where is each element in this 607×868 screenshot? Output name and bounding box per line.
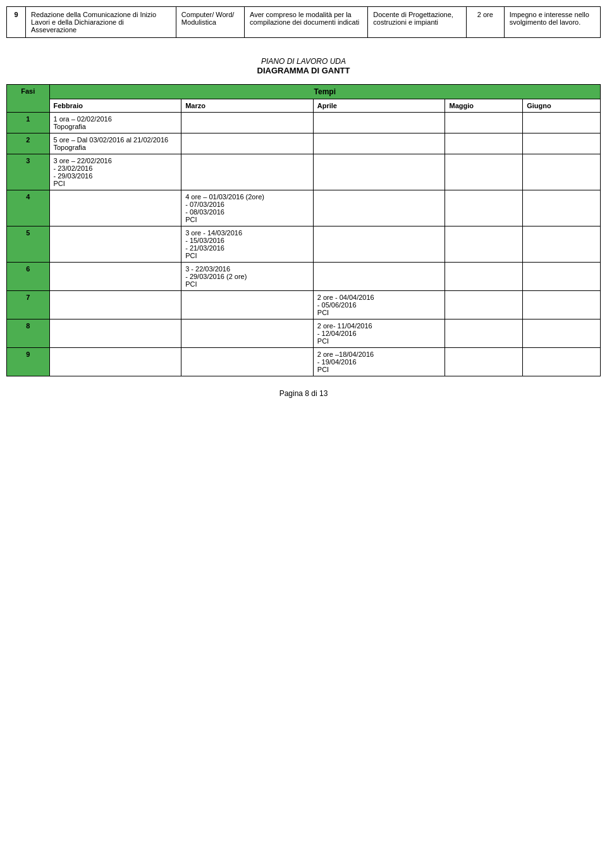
row-2-giugno [523, 133, 601, 154]
row-4-num: 4 [7, 190, 50, 226]
row-3-giugno [523, 154, 601, 190]
row-2-aprile [313, 133, 445, 154]
page-footer: Pagina 8 di 13 [6, 389, 601, 398]
row-1-num: 1 [7, 113, 50, 133]
row-8-maggio [445, 319, 523, 348]
row-8-giugno [523, 319, 601, 348]
row-3-marzo [181, 154, 314, 190]
row-1-febbraio: 1 ora – 02/02/2016 Topografia [49, 113, 181, 133]
col3-text: Aver compreso le modalità per la compila… [245, 7, 368, 38]
section-title: PIANO DI LAVORO UDA DIAGRAMMA DI GANTT [6, 57, 601, 75]
row-7-maggio [445, 291, 523, 319]
row-5-giugno [523, 226, 601, 263]
row-6-maggio [445, 263, 523, 291]
header-febbraio: Febbraio [49, 99, 181, 113]
row-2-maggio [445, 133, 523, 154]
header-aprile: Aprile [313, 99, 445, 113]
page-number: Pagina 8 di 13 [279, 389, 328, 398]
title-line2: DIAGRAMMA DI GANTT [6, 66, 601, 75]
row-7-num: 7 [7, 291, 50, 319]
row-4-giugno [523, 190, 601, 226]
header-maggio: Maggio [445, 99, 523, 113]
row-3-febbraio: 3 ore – 22/02/2016 - 23/02/2016 - 29/03/… [49, 154, 181, 190]
row-number: 9 [7, 7, 26, 38]
col4-text: Docente di Progettazione, costruzioni e … [368, 7, 466, 38]
header-marzo: Marzo [181, 99, 314, 113]
row-5-febbraio [49, 226, 181, 263]
row-6-marzo: 3 - 22/03/2016 - 29/03/2016 (2 ore) PCI [181, 263, 314, 291]
row-9-marzo [181, 348, 314, 376]
row-5-aprile [313, 226, 445, 263]
row-8-marzo [181, 319, 314, 348]
row-1-aprile [313, 113, 445, 133]
row-6-febbraio [49, 263, 181, 291]
col1-text: Redazione della Comunicazione di Inizio … [26, 7, 176, 38]
row-1-maggio [445, 113, 523, 133]
row-5-num: 5 [7, 226, 50, 263]
row-9-aprile: 2 ore –18/04/2016 - 19/04/2016 PCI [313, 348, 445, 376]
row-9-febbraio [49, 348, 181, 376]
row-6-aprile [313, 263, 445, 291]
row-2-febbraio: 5 ore – Dal 03/02/2016 al 21/02/2016 Top… [49, 133, 181, 154]
row-3-aprile [313, 154, 445, 190]
col2-text: Computer/ Word/ Modulistica [176, 7, 244, 38]
row-4-maggio [445, 190, 523, 226]
tempi-header: Tempi [49, 85, 601, 99]
row-2-marzo [181, 133, 314, 154]
top-table: 9 Redazione della Comunicazione di Inizi… [6, 6, 601, 38]
row-6-num: 6 [7, 263, 50, 291]
row-7-febbraio [49, 291, 181, 319]
col6-text: Impegno e interesse nello svolgimento de… [504, 7, 600, 38]
row-4-febbraio [49, 190, 181, 226]
title-line1: PIANO DI LAVORO UDA [6, 57, 601, 66]
row-7-aprile: 2 ore - 04/04/2016 - 05/06/2016 PCI [313, 291, 445, 319]
row-2-num: 2 [7, 133, 50, 154]
row-9-maggio [445, 348, 523, 376]
row-8-febbraio [49, 319, 181, 348]
row-5-marzo: 3 ore - 14/03/2016 - 15/03/2016 - 21/03/… [181, 226, 314, 263]
header-giugno: Giugno [523, 99, 601, 113]
row-4-aprile [313, 190, 445, 226]
row-9-num: 9 [7, 348, 50, 376]
row-4-marzo: 4 ore – 01/03/2016 (2ore) - 07/03/2016 -… [181, 190, 314, 226]
fasi-header: Fasi [7, 85, 50, 113]
row-8-aprile: 2 ore- 11/04/2016 - 12/04/2016 PCI [313, 319, 445, 348]
row-8-num: 8 [7, 319, 50, 348]
col5-text: 2 ore [466, 7, 504, 38]
row-9-giugno [523, 348, 601, 376]
row-7-giugno [523, 291, 601, 319]
row-3-maggio [445, 154, 523, 190]
gantt-table: Fasi Tempi Febbraio Marzo Aprile Maggio … [6, 84, 601, 376]
row-3-num: 3 [7, 154, 50, 190]
row-6-giugno [523, 263, 601, 291]
row-1-marzo [181, 113, 314, 133]
row-1-giugno [523, 113, 601, 133]
row-5-maggio [445, 226, 523, 263]
row-7-marzo [181, 291, 314, 319]
